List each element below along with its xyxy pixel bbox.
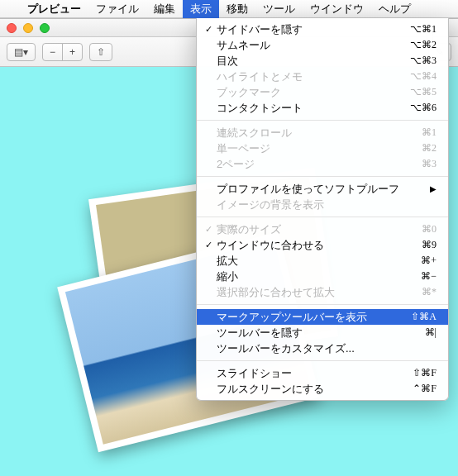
menu-shortcut: ⌘1 <box>422 126 437 139</box>
menu-shortcut: ⇧⌘A <box>411 311 437 323</box>
share-icon: ⇧ <box>97 46 105 58</box>
menu-item-label: ウインドウに合わせる <box>215 238 422 253</box>
submenu-arrow-icon: ▶ <box>430 184 437 193</box>
menu-item[interactable]: 縮小⌘− <box>197 269 448 284</box>
check-icon: ✓ <box>202 224 215 235</box>
system-menubar: プレビュー ファイル 編集 表示 移動 ツール ウインドウ ヘルプ <box>0 0 458 18</box>
menu-file[interactable]: ファイル <box>88 0 146 18</box>
menu-shortcut: ⌘3 <box>422 158 437 170</box>
sidebar-icon: ▤▾ <box>14 46 28 58</box>
view-menu-dropdown: ✓サイドバーを隠す⌥⌘1サムネール⌥⌘2目次⌥⌘3ハイライトとメモ⌥⌘4ブックマ… <box>196 18 449 401</box>
menu-item[interactable]: ツールバーをカスタマイズ... <box>197 340 448 356</box>
menu-edit[interactable]: 編集 <box>146 0 183 18</box>
menu-item-label: 連続スクロール <box>215 126 422 140</box>
menu-item-label: マークアップツールバーを表示 <box>215 310 411 325</box>
check-icon: ✓ <box>202 24 215 35</box>
menu-tools[interactable]: ツール <box>255 0 303 18</box>
menu-item: 2ページ⌘3 <box>197 156 448 172</box>
menu-item[interactable]: ✓ウインドウに合わせる⌘9 <box>197 237 448 253</box>
menu-item-label: 実際のサイズ <box>215 222 422 237</box>
app-menu[interactable]: プレビュー <box>20 0 88 18</box>
zoom-segment: − + <box>42 43 83 61</box>
menu-item: 単一ページ⌘2 <box>197 140 448 156</box>
menu-shortcut: ⌘2 <box>422 142 437 155</box>
menu-item-label: ツールバーをカスタマイズ... <box>215 341 437 356</box>
menu-item-label: 単一ページ <box>215 141 422 156</box>
menu-shortcut: ⌃⌘F <box>413 383 437 395</box>
menu-item[interactable]: ツールバーを隠す⌘| <box>197 325 448 340</box>
menu-shortcut: ⌘* <box>422 286 437 298</box>
menu-shortcut: ⌥⌘6 <box>410 102 437 114</box>
menu-shortcut: ⌥⌘2 <box>410 39 437 51</box>
menu-item[interactable]: コンタクトシート⌥⌘6 <box>197 100 448 116</box>
menu-item-label: ハイライトとメモ <box>215 69 410 84</box>
menu-separator <box>197 217 448 217</box>
sidebar-toggle-button[interactable]: ▤▾ <box>7 43 36 61</box>
menu-item: ✓実際のサイズ⌘0 <box>197 221 448 237</box>
menu-item: ハイライトとメモ⌥⌘4 <box>197 69 448 84</box>
menu-item-label: 2ページ <box>215 157 422 172</box>
plus-icon: + <box>69 46 75 58</box>
menu-shortcut: ⌘+ <box>421 255 437 267</box>
menu-item-label: イメージの背景を表示 <box>215 198 437 212</box>
menu-shortcut: ⌥⌘4 <box>410 70 437 83</box>
menu-separator <box>197 304 448 305</box>
share-button[interactable]: ⇧ <box>89 43 112 61</box>
menu-item-label: 目次 <box>215 54 410 69</box>
menu-window[interactable]: ウインドウ <box>303 0 371 18</box>
menu-item-label: 拡大 <box>215 254 421 269</box>
menu-item: イメージの背景を表示 <box>197 197 448 212</box>
menu-item[interactable]: 目次⌥⌘3 <box>197 53 448 69</box>
menu-item[interactable]: 拡大⌘+ <box>197 253 448 269</box>
menu-item-label: フルスクリーンにする <box>215 382 413 397</box>
menu-item-label: ツールバーを隠す <box>215 326 425 340</box>
menu-item-label: 選択部分に合わせて拡大 <box>215 285 422 300</box>
menu-shortcut: ⌥⌘3 <box>410 55 437 67</box>
menu-shortcut: ⌘− <box>421 270 437 283</box>
menu-item-label: サムネール <box>215 38 410 53</box>
menu-shortcut: ⇧⌘F <box>413 367 437 379</box>
menu-item: 選択部分に合わせて拡大⌘* <box>197 284 448 300</box>
menu-item[interactable]: ✓サイドバーを隠す⌥⌘1 <box>197 21 448 37</box>
zoom-out-button[interactable]: − <box>42 43 63 61</box>
menu-separator <box>197 120 448 121</box>
menu-item-label: 縮小 <box>215 269 421 284</box>
minus-icon: − <box>50 46 55 58</box>
menu-item[interactable]: スライドショー⇧⌘F <box>197 365 448 381</box>
menu-separator <box>197 176 448 177</box>
menu-item: 連続スクロール⌘1 <box>197 125 448 140</box>
menu-shortcut: ⌘9 <box>422 239 437 251</box>
menu-item-label: コンタクトシート <box>215 101 410 116</box>
menu-shortcut: ⌥⌘5 <box>410 86 437 98</box>
menu-item-label: サイドバーを隠す <box>215 22 410 37</box>
menu-help[interactable]: ヘルプ <box>371 0 418 18</box>
menu-shortcut: ⌘| <box>425 326 437 339</box>
menu-item[interactable]: プロファイルを使ってソフトプルーフ▶ <box>197 181 448 197</box>
menu-item-label: スライドショー <box>215 366 413 381</box>
menu-shortcut: ⌥⌘1 <box>410 23 437 36</box>
menu-item[interactable]: サムネール⌥⌘2 <box>197 37 448 53</box>
menu-item-label: プロファイルを使ってソフトプルーフ <box>215 182 430 197</box>
menu-item: ブックマーク⌥⌘5 <box>197 84 448 100</box>
menu-item-label: ブックマーク <box>215 85 410 100</box>
menu-item[interactable]: マークアップツールバーを表示⇧⌘A <box>197 309 448 325</box>
traffic-light-minimize[interactable] <box>23 23 33 33</box>
traffic-light-zoom[interactable] <box>40 23 50 33</box>
zoom-in-button[interactable]: + <box>62 43 83 61</box>
menu-item[interactable]: フルスクリーンにする⌃⌘F <box>197 381 448 397</box>
traffic-light-close[interactable] <box>7 23 17 33</box>
menu-separator <box>197 360 448 361</box>
menu-shortcut: ⌘0 <box>422 223 437 236</box>
menu-view[interactable]: 表示 <box>183 0 219 18</box>
menu-go[interactable]: 移動 <box>219 0 255 18</box>
check-icon: ✓ <box>202 240 215 250</box>
